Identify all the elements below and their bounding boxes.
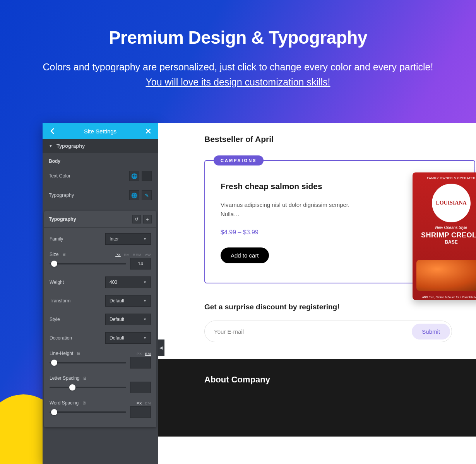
- close-icon: [146, 128, 151, 134]
- chevron-down-icon: ▼: [143, 336, 147, 340]
- unit-px[interactable]: PX: [115, 252, 121, 257]
- email-input[interactable]: [214, 328, 412, 335]
- lineheight-value[interactable]: [130, 357, 151, 368]
- unit-px[interactable]: PX: [137, 401, 142, 405]
- transform-label: Transform: [50, 298, 70, 304]
- family-select[interactable]: Inter ▼: [105, 233, 151, 245]
- pkg-top-text: FAMILY OWNED & OPERATED: [413, 172, 476, 180]
- globe-button[interactable]: 🌐: [129, 190, 139, 200]
- promo-row: Get a surprise discount by registering! …: [204, 303, 476, 342]
- add-button[interactable]: ＋: [143, 215, 152, 223]
- wordspacing-label: Word Spacing 🖥: [50, 400, 86, 406]
- decoration-value: Default: [110, 335, 124, 341]
- family-value: Inter: [110, 236, 119, 242]
- desktop-icon[interactable]: 🖥: [76, 351, 80, 356]
- slider-thumb[interactable]: [51, 261, 57, 267]
- unit-vw[interactable]: VW: [145, 252, 151, 257]
- size-slider[interactable]: [50, 263, 126, 264]
- unit-em[interactable]: EM: [124, 252, 130, 257]
- decoration-select[interactable]: Default ▼: [105, 332, 151, 344]
- section-body: Body Text Color 🌐 Typography 🌐: [43, 153, 158, 211]
- pkg-base: BASE: [413, 239, 476, 245]
- slider-thumb[interactable]: [51, 409, 57, 415]
- pkg-brand: LOUISIANA: [436, 200, 466, 206]
- pencil-icon: ✎: [145, 193, 149, 198]
- weight-label: Weight: [50, 280, 64, 285]
- hero-subtitle-plain: Colors and typography are personalized, …: [43, 61, 433, 72]
- row-style: Style Default ▼: [50, 314, 151, 325]
- email-form: Submit: [204, 321, 452, 342]
- size-value[interactable]: 14: [130, 258, 151, 270]
- globe-button[interactable]: 🌐: [129, 171, 139, 181]
- lineheight-slider[interactable]: [50, 362, 126, 363]
- bestseller-heading: Bestseller of April: [204, 135, 476, 144]
- reset-button[interactable]: ↺: [132, 215, 141, 223]
- row-weight: Weight 400 ▼: [50, 276, 151, 288]
- weight-select[interactable]: 400 ▼: [105, 276, 151, 288]
- row-typography: Typography 🌐 ✎: [49, 190, 152, 200]
- body-heading: Body: [49, 159, 152, 164]
- back-button[interactable]: [44, 123, 60, 139]
- hero-title: Premium Design & Typography: [39, 27, 437, 48]
- accordion-typography[interactable]: ▼ Typography: [43, 139, 158, 153]
- unit-rem[interactable]: REM: [133, 252, 142, 257]
- lineheight-units: PX EM: [137, 351, 151, 356]
- transform-select[interactable]: Default ▼: [105, 295, 151, 307]
- letterspacing-value[interactable]: [130, 382, 151, 393]
- slider-thumb[interactable]: [69, 384, 75, 391]
- close-button[interactable]: [140, 123, 156, 139]
- style-select[interactable]: Default ▼: [105, 314, 151, 325]
- subpanel-title: Typography: [49, 217, 76, 222]
- wordspacing-value[interactable]: [130, 406, 151, 418]
- row-letterspacing: Letter Spacing 🖥: [50, 375, 151, 381]
- wordspacing-slider[interactable]: [50, 411, 126, 413]
- chevron-down-icon: ▼: [143, 299, 147, 303]
- add-to-cart-button[interactable]: Add to cart: [221, 247, 269, 263]
- plus-icon: ＋: [145, 216, 150, 223]
- hero-subtitle: Colors and typography are personalized, …: [39, 60, 437, 90]
- desktop-icon[interactable]: 🖥: [82, 401, 86, 405]
- unit-em[interactable]: EM: [145, 401, 151, 405]
- row-family: Family Inter ▼: [50, 233, 151, 245]
- size-label: Size 🖥: [50, 252, 66, 257]
- desktop-icon[interactable]: 🖥: [62, 252, 66, 257]
- row-transform: Transform Default ▼: [50, 295, 151, 307]
- decoration-label: Decoration: [50, 335, 72, 341]
- product-description: Vivamus adipiscing nisl ut dolor digniss…: [221, 200, 352, 219]
- submit-button[interactable]: Submit: [412, 324, 450, 339]
- style-label: Style: [50, 317, 60, 322]
- panel-title: Site Settings: [84, 128, 116, 135]
- product-title: Fresh cheap salmon sides: [221, 182, 352, 191]
- hero-section: Premium Design & Typography Colors and t…: [0, 0, 476, 109]
- preview-footer: About Company: [158, 359, 476, 437]
- style-value: Default: [110, 317, 124, 322]
- pkg-subline: New Orleans Style: [413, 225, 476, 230]
- edit-button[interactable]: ✎: [142, 190, 152, 200]
- unit-px[interactable]: PX: [137, 351, 142, 356]
- color-swatch-button[interactable]: [142, 171, 152, 181]
- chevron-left-icon: ◀: [159, 345, 163, 350]
- subpanel-header: Typography ↺ ＋: [44, 211, 156, 228]
- typography-subpanel: Typography ↺ ＋ Family Inter ▼ Size: [44, 211, 156, 427]
- typography-label: Typography: [49, 193, 74, 198]
- letterspacing-slider[interactable]: [50, 387, 126, 388]
- lineheight-label: Line-Height 🖥: [50, 351, 80, 356]
- product-image: FAMILY OWNED & OPERATED LOUISIANA New Or…: [413, 172, 476, 308]
- accordion-label: Typography: [57, 143, 85, 149]
- wordspacing-units: PX EM: [137, 401, 151, 405]
- unit-em[interactable]: EM: [145, 351, 151, 356]
- campaign-box: CAMPAIGNS Fresh cheap salmon sides Vivam…: [204, 160, 475, 283]
- pkg-bottom-text: ADD Rice, Shrimp & Sauce for a Complete …: [413, 296, 476, 299]
- pkg-food-graphic: [416, 260, 476, 291]
- letterspacing-slider-wrap: [50, 382, 151, 393]
- collapse-handle[interactable]: ◀: [158, 339, 164, 356]
- size-slider-wrap: 14: [50, 258, 151, 270]
- preview-pane: ◀ Bestseller of April CAMPAIGNS Fresh ch…: [158, 123, 476, 464]
- slider-thumb[interactable]: [51, 360, 57, 366]
- panel-header: Site Settings: [43, 123, 158, 139]
- weight-value: 400: [110, 280, 117, 285]
- chevron-down-icon: ▼: [143, 280, 147, 284]
- caret-down-icon: ▼: [49, 144, 53, 148]
- row-wordspacing: Word Spacing 🖥 PX EM: [50, 400, 151, 406]
- desktop-icon[interactable]: 🖥: [82, 376, 87, 380]
